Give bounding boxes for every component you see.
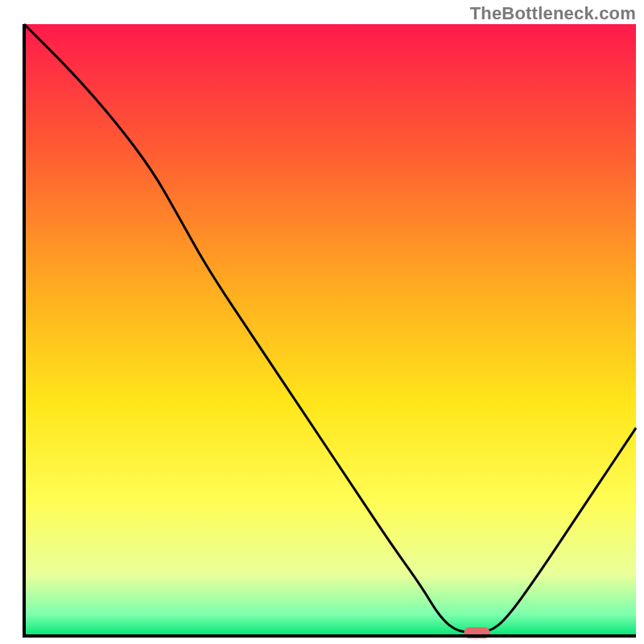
bottleneck-chart: [0, 0, 644, 644]
gradient-background: [24, 24, 636, 636]
chart-container: TheBottleneck.com: [0, 0, 644, 644]
